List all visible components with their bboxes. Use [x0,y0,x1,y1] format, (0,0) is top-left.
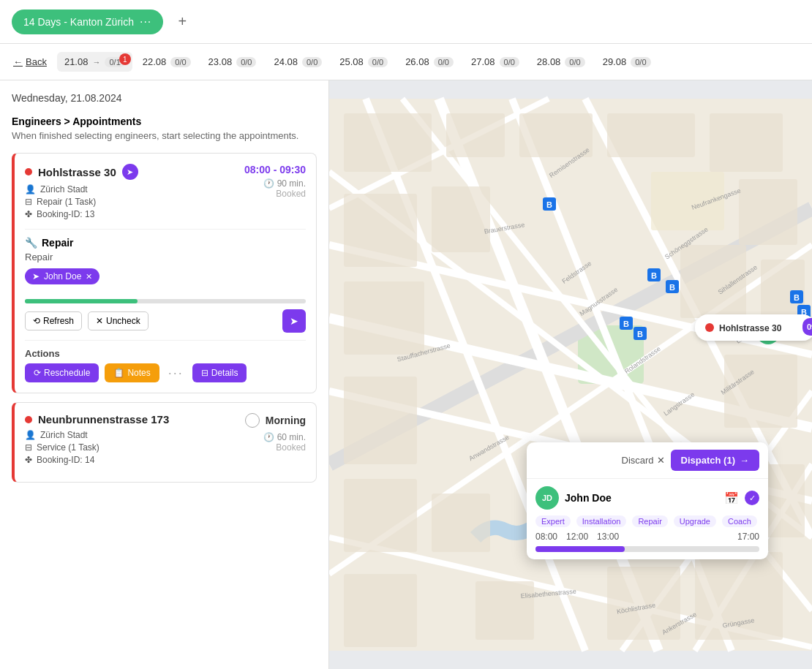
top-bar: 14 Days - Kanton Zürich ··· + [0,0,812,44]
time-end: 17:00 [737,532,759,542]
skills-row: Expert Installation Repair Upgrade Coach [535,515,759,527]
map-svg: B B B B B B B B B B B Remisenstrasse Neu [329,80,812,669]
engineer-avatar: JD [535,486,559,510]
booking-icon-2: ✤ [25,455,32,465]
engineer-tag: ➤ John Doe ✕ [25,268,99,284]
engineer-card: JD John Doe 📅 ✓ Expert Installation Repa… [527,479,768,559]
location-dot-icon [25,168,32,175]
notes-icon: 📋 [113,368,124,378]
left-panel: Wednesday, 21.08.2024 Engineers > Appoin… [0,80,329,669]
date-tab-22[interactable]: 22.08 0/0 [135,52,198,72]
location-dot-icon-2 [25,416,32,423]
date-tab-23[interactable]: 23.08 0/0 [201,52,264,72]
svg-rect-22 [710,113,783,172]
engineer-name: John Doe [565,492,718,504]
time-mid2: 13:00 [597,532,619,542]
svg-text:Hohlstrasse 30: Hohlstrasse 30 [719,323,782,333]
section-title: Engineers > Appointments [12,116,317,127]
svg-rect-31 [724,355,797,428]
appt-status: Booked [244,189,306,199]
details-icon: ⊟ [201,368,208,378]
notes-button[interactable]: 📋 Notes [105,363,159,382]
svg-rect-37 [475,581,534,640]
appointment-card-2: Neunbrunnenstrasse 173 👤 Zürich Stadt ⊟ … [12,402,317,483]
timeline-fill [535,546,625,552]
tab-arrow: → [92,58,100,67]
remove-engineer-button[interactable]: ✕ [86,272,92,281]
task-icon-2: ⊟ [25,442,32,453]
dispatch-main-button[interactable]: Dispatch (1) → [671,450,759,471]
booking-icon: ✤ [25,209,32,219]
date-tab-25[interactable]: 25.08 0/0 [332,52,395,72]
action-buttons-row: ⟲ Refresh ✕ Uncheck ➤ [25,309,306,333]
svg-text:B: B [651,271,657,280]
date-tab-27[interactable]: 27.08 0/0 [464,52,527,72]
main-action-buttons: ⟳ Reschedule 📋 Notes ··· ⊟ Details [25,363,306,382]
svg-rect-27 [344,281,424,355]
svg-rect-36 [344,574,417,647]
svg-point-83 [705,323,714,332]
appt-type: Repair (1 Task) [37,197,96,207]
person-icon: 👤 [25,184,36,194]
details-button[interactable]: ⊟ Details [192,363,247,382]
refresh-icon: ⟲ [33,316,40,326]
project-button[interactable]: 14 Days - Kanton Zürich ··· [12,10,163,34]
appt2-booking-id: Booking-ID: 14 [37,455,94,465]
engineer-header: JD John Doe 📅 ✓ [535,486,759,510]
appt2-type: Service (1 Task) [37,442,99,453]
engineer-name-tag: John Doe [44,271,81,281]
clock-icon-2: 🕐 [263,432,274,442]
task-icon: ⊟ [25,197,32,207]
svg-text:B: B [623,320,629,328]
engineer-check-icon: ✓ [745,491,759,505]
panel-date: Wednesday, 21.08.2024 [12,92,317,104]
date-tab-24[interactable]: 24.08 0/0 [266,52,329,72]
appt-duration: 🕐 90 min. [244,178,306,189]
skill-repair: Repair [632,515,667,527]
project-menu-dots[interactable]: ··· [140,15,151,29]
appt-city: Zürich Stadt [40,184,88,194]
discard-button[interactable]: Discard ✕ [622,455,665,466]
add-project-button[interactable]: + [172,12,192,32]
reschedule-icon: ⟳ [34,368,41,378]
appt-booking-id: Booking-ID: 13 [37,209,94,219]
date-tab-29[interactable]: 29.08 0/0 [595,52,658,72]
refresh-button[interactable]: ⟲ Refresh [25,311,82,330]
svg-text:B: B [669,283,675,292]
date-tabs-bar: ← Back 1 21.08 → 0/1 22.08 0/0 23.08 0/0… [0,44,812,80]
map-area: B B B B B B B B B B B Remisenstrasse Neu [329,80,812,669]
appt-address: Hohlstrasse 30 [38,166,116,178]
svg-rect-32 [344,479,417,552]
time-row: 08:00 12:00 13:00 17:00 [535,532,759,542]
svg-rect-21 [607,113,695,157]
repair-subtitle: Repair [25,252,306,262]
uncheck-button[interactable]: ✕ Uncheck [88,311,149,330]
dispatch-popup: Discard ✕ Dispatch (1) → JD John Doe 📅 ✓ [527,442,768,559]
dispatch-small-button[interactable]: ➤ [282,309,306,333]
actions-label: Actions [25,348,306,359]
svg-rect-24 [432,186,490,252]
date-tab-26[interactable]: 26.08 0/0 [398,52,461,72]
main-area: Wednesday, 21.08.2024 Engineers > Appoin… [0,80,812,669]
clock-icon: 🕐 [263,178,274,189]
separator-dots: ··· [168,366,184,381]
skill-installation: Installation [576,515,627,527]
skill-coach: Coach [722,515,757,527]
dispatch-arrow-icon: → [740,455,749,466]
active-date-tab[interactable]: 1 21.08 → 0/1 [57,52,132,72]
svg-rect-30 [344,377,417,464]
time-mid1: 12:00 [566,532,588,542]
back-button[interactable]: ← Back [6,52,54,72]
svg-text:B: B [637,330,643,339]
back-arrow-icon: ← [13,56,23,67]
timeline-bar [535,546,759,552]
appointment-card-1: Hohlstrasse 30 ➤ 👤 Zürich Stadt ⊟ Repair… [12,153,317,393]
date-tab-28[interactable]: 28.08 0/0 [530,52,593,72]
reschedule-button[interactable]: ⟳ Reschedule [25,363,99,382]
svg-rect-18 [344,113,432,172]
notification-badge: 1 [119,53,131,65]
svg-rect-23 [344,194,417,267]
svg-rect-19 [446,113,505,157]
appt2-time-label: Morning [266,415,306,426]
time-start: 08:00 [535,532,557,542]
